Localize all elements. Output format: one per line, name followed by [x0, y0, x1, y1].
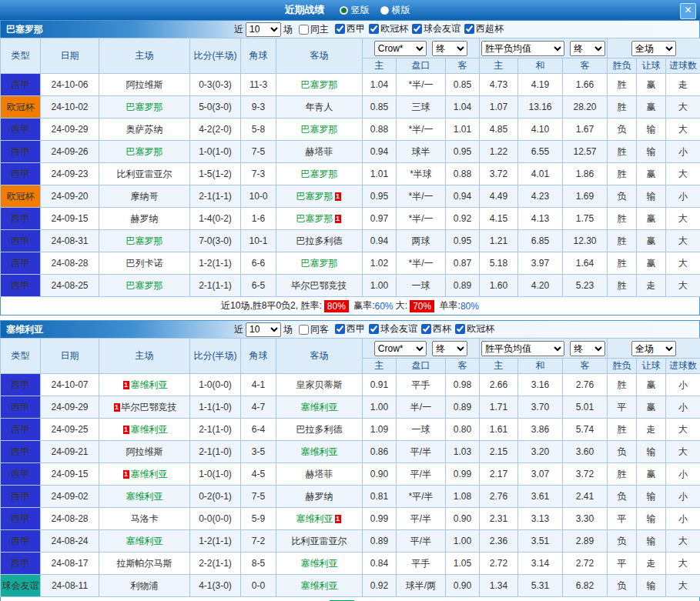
- score-cell: 0-3(0-3): [190, 74, 241, 96]
- away-team-cell: 毕尔巴鄂竞技: [276, 275, 363, 297]
- euro-draw-odds: 3.61: [518, 486, 563, 508]
- col-goals-result: 进球数: [666, 359, 700, 374]
- col-home: 主场: [99, 38, 190, 74]
- asian-home-odds: 1.00: [363, 396, 397, 419]
- asian-odds-controls: Crow* 终: [363, 339, 480, 359]
- same-venue-checkbox[interactable]: [299, 25, 309, 35]
- league-filter[interactable]: 球会友谊: [369, 322, 417, 336]
- home-team-cell: 巴塞罗那: [99, 96, 190, 119]
- away-team-cell: 塞维利亚: [276, 441, 363, 463]
- red-card-icon: 1: [123, 426, 129, 434]
- summary-footer: 近10场,胜3平3负4, 胜率:30% 赢率:40% 大:50% 单率:60%: [0, 597, 700, 601]
- competition-type-badge: 西甲: [1, 419, 41, 441]
- team-name: 巴塞罗那: [296, 213, 333, 224]
- league-checkbox[interactable]: [455, 324, 465, 334]
- europe-stage-select[interactable]: 终: [570, 41, 605, 56]
- odds-company-select[interactable]: Crow*: [374, 41, 427, 56]
- same-venue-filter[interactable]: 同客: [299, 323, 329, 336]
- wdl-result-cell: 平: [608, 396, 637, 419]
- same-venue-checkbox[interactable]: [299, 325, 309, 335]
- scope-select[interactable]: 全场: [631, 341, 676, 356]
- league-checkbox[interactable]: [421, 324, 431, 334]
- asian-stage-select[interactable]: 终: [432, 41, 467, 56]
- handicap-cell: 球半/两: [397, 575, 446, 597]
- league-checkbox[interactable]: [335, 324, 345, 334]
- team-name: 塞维利亚: [1, 323, 234, 336]
- league-label: 球会友谊: [424, 22, 461, 35]
- league-checkbox[interactable]: [335, 24, 345, 34]
- wdl-result-cell: 平: [608, 508, 637, 530]
- match-count-select[interactable]: 10: [246, 22, 281, 37]
- rate-value: 60%: [374, 301, 393, 312]
- competition-type-badge: 西甲: [1, 275, 41, 297]
- handicap-result-cell: 赢: [637, 396, 666, 419]
- team-name: 赫罗纳: [306, 491, 333, 502]
- euro-home-odds: 2.76: [480, 486, 518, 508]
- goals-result-cell: 大: [666, 163, 700, 185]
- home-team-cell: 阿拉维斯: [99, 74, 190, 96]
- wdl-average-select[interactable]: 胜平负均值: [481, 341, 564, 356]
- red-card-icon: 1: [335, 515, 341, 523]
- handicap-cell: 平手: [397, 374, 446, 396]
- filter-bar: 近 10 场 同客 西甲球会友谊西杯欧冠杯: [234, 322, 494, 337]
- red-card-icon: 1: [335, 215, 341, 223]
- asian-stage-select[interactable]: 终: [432, 341, 467, 356]
- euro-home-odds: 1.71: [480, 396, 518, 419]
- asian-home-odds: 0.94: [363, 141, 397, 163]
- euro-draw-odds: 4.19: [518, 74, 563, 96]
- league-filter[interactable]: 西甲: [335, 322, 365, 336]
- close-button[interactable]: ✕: [680, 3, 696, 19]
- asian-home-odds: 0.85: [363, 96, 397, 119]
- layout-horizontal-radio[interactable]: 横版: [380, 4, 410, 17]
- league-checkbox[interactable]: [412, 24, 422, 34]
- league-filter[interactable]: 西超杯: [464, 22, 504, 35]
- wdl-average-select[interactable]: 胜平负均值: [481, 41, 564, 56]
- odds-company-select[interactable]: Crow*: [374, 341, 427, 356]
- same-venue-filter[interactable]: 同主: [299, 23, 329, 36]
- scope-select[interactable]: 全场: [631, 41, 676, 56]
- handicap-result-cell: 输: [637, 575, 666, 597]
- asian-home-odds: 1.00: [363, 275, 397, 297]
- handicap-result-cell: 赢: [637, 208, 666, 230]
- col-wdl-result: 胜负: [608, 58, 637, 74]
- league-filter[interactable]: 西甲: [335, 22, 365, 35]
- euro-away-odds: 1.75: [563, 208, 608, 230]
- league-checkbox[interactable]: [369, 324, 379, 334]
- page-title: 近期战绩: [285, 3, 325, 17]
- home-team-cell: 塞维利亚: [99, 530, 190, 553]
- league-checkbox[interactable]: [369, 24, 379, 34]
- team-name: 巴塞罗那: [296, 191, 333, 202]
- euro-home-odds: 4.85: [480, 119, 518, 141]
- euro-home-odds: 1.61: [480, 419, 518, 441]
- layout-vertical-radio[interactable]: 竖版: [340, 4, 370, 17]
- asian-away-odds: 0.90: [446, 508, 480, 530]
- euro-home-odds: 5.18: [480, 252, 518, 275]
- asian-home-odds: 0.92: [363, 575, 397, 597]
- league-filter[interactable]: 欧冠杯: [369, 22, 408, 35]
- match-count-select[interactable]: 10: [246, 322, 281, 337]
- asian-home-odds: 0.91: [363, 374, 397, 396]
- competition-type-badge: 欧冠杯: [1, 96, 41, 119]
- match-date: 24-08-24: [41, 530, 99, 553]
- asian-home-odds: 0.99: [363, 508, 397, 530]
- asian-away-odds: 1.00: [446, 530, 480, 553]
- asian-away-odds: 0.90: [446, 575, 480, 597]
- col-euro-home: 主: [480, 359, 518, 374]
- league-checkbox[interactable]: [464, 24, 474, 34]
- wdl-result-cell: 负: [608, 185, 637, 208]
- europe-stage-select[interactable]: 终: [570, 341, 605, 356]
- home-team-cell: 1塞维利亚: [99, 419, 190, 441]
- league-label: 球会友谊: [380, 322, 417, 336]
- euro-away-odds: 5.23: [563, 275, 608, 297]
- radio-dot-icon: [380, 6, 389, 15]
- goals-result-cell: 小: [666, 396, 700, 419]
- league-filter[interactable]: 西杯: [421, 322, 451, 336]
- asian-home-odds: 0.97: [363, 208, 397, 230]
- euro-draw-odds: 3.20: [518, 441, 563, 463]
- team-name: 赫塔菲: [306, 469, 333, 479]
- league-filter[interactable]: 球会友谊: [412, 22, 461, 35]
- league-filter[interactable]: 欧冠杯: [455, 322, 494, 336]
- wdl-result-cell: 胜: [608, 230, 637, 252]
- score-cell: 2-2(1-1): [190, 553, 241, 575]
- away-team-cell: 赫塔菲: [276, 463, 363, 486]
